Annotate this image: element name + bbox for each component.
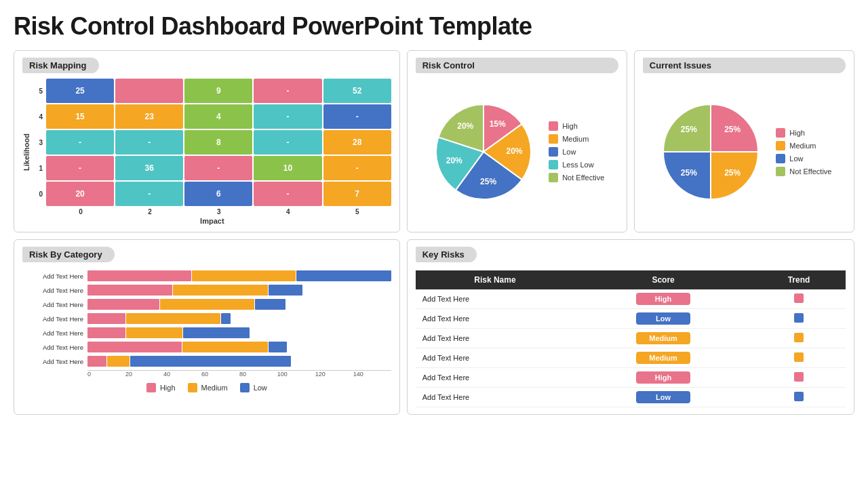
legend-label: Not Effective xyxy=(789,167,831,176)
legend-label: Medium xyxy=(562,135,589,143)
legend-item: Less Low xyxy=(549,160,604,169)
high-segment xyxy=(87,342,182,352)
risk-name-cell: Add Text Here xyxy=(416,368,574,388)
heatmap-row-label: 1 xyxy=(33,165,43,172)
low-segment xyxy=(130,356,291,367)
risk-control-pie: 15%20%25%20%20% xyxy=(429,98,538,206)
legend-color-dot xyxy=(549,173,558,182)
legend-label: High xyxy=(562,122,578,130)
legend-item: Not Effective xyxy=(549,173,604,182)
low-segment xyxy=(183,327,250,338)
heatmap-col-label: 3 xyxy=(185,208,253,216)
y-axis-label: Likelihood xyxy=(22,134,31,171)
pie-label: 15% xyxy=(490,119,506,129)
risk-by-category-card: Risk By Category Add Text HereAdd Text H… xyxy=(14,239,400,415)
risk-control-legend: HighMediumLowLess LowNot Effective xyxy=(549,121,604,182)
bar-legend-label: Medium xyxy=(201,384,228,392)
bar-chart-row: Add Text Here xyxy=(22,285,391,296)
score-badge: High xyxy=(636,293,690,305)
bar-chart-row: Add Text Here xyxy=(22,313,391,324)
heatmap-cell: 52 xyxy=(323,79,391,103)
bar-segments xyxy=(87,327,250,338)
bar-row-label: Add Text Here xyxy=(22,272,83,280)
pie-label: 20% xyxy=(507,146,523,156)
heatmap-col-labels: 02345 xyxy=(47,208,391,216)
bar-row-label: Add Text Here xyxy=(22,315,83,323)
risk-trend-cell xyxy=(752,329,846,348)
bar-legend-label: Low xyxy=(254,384,267,392)
bar-chart-row: Add Text Here xyxy=(22,356,391,367)
risk-by-category-header: Risk By Category xyxy=(22,247,115,262)
heatmap-row-label: 4 xyxy=(33,113,43,121)
bar-legend-item: Low xyxy=(240,383,267,392)
trend-box xyxy=(794,313,804,323)
risk-name-cell: Add Text Here xyxy=(416,329,574,348)
page-title: Risk Control Dashboard PowerPoint Templa… xyxy=(14,12,854,41)
heatmap-row-label: 3 xyxy=(33,139,43,146)
risk-mapping-card: Risk Mapping Likelihood 5259-52415234--3… xyxy=(14,50,400,232)
axis-tick: 120 xyxy=(315,371,353,378)
key-risks-table-header: Risk NameScoreTrend xyxy=(416,270,846,289)
trend-box xyxy=(794,352,804,362)
axis-tick: 60 xyxy=(201,371,239,378)
bar-row-label: Add Text Here xyxy=(22,301,83,308)
pie-label: 25% xyxy=(681,125,697,134)
legend-color-dot xyxy=(776,141,785,150)
bar-chart-row: Add Text Here xyxy=(22,299,391,310)
bar-chart-row: Add Text Here xyxy=(22,270,391,281)
heatmap-cell: - xyxy=(323,104,391,129)
legend-color-dot xyxy=(776,154,785,163)
bar-chart-row: Add Text Here xyxy=(22,327,391,338)
bar-legend-item: Medium xyxy=(188,383,228,392)
legend-color-dot xyxy=(549,160,558,169)
heatmap-cell: 10 xyxy=(254,156,321,180)
bar-chart-row: Add Text Here xyxy=(22,342,391,352)
risk-name-cell: Add Text Here xyxy=(416,309,574,329)
heatmap-cell: - xyxy=(46,156,114,180)
heatmap-cell: - xyxy=(184,156,252,180)
low-segment xyxy=(221,313,231,324)
low-segment xyxy=(269,342,288,352)
bar-segments xyxy=(87,342,287,352)
legend-color-dot xyxy=(549,121,558,131)
current-issues-card: Current Issues 25%25%25%25% HighMediumLo… xyxy=(634,50,854,232)
risk-trend-cell xyxy=(752,289,846,309)
score-badge: Medium xyxy=(636,332,690,344)
current-issues-pie-area: 25%25%25%25% HighMediumLowNot Effective xyxy=(643,79,846,225)
heatmap-container: Likelihood 5259-52415234--3--8-281-36-10… xyxy=(22,79,391,225)
high-segment xyxy=(87,313,125,324)
pie-label: 25% xyxy=(724,168,741,178)
bar-legend-dot xyxy=(146,383,156,392)
risk-mapping-header: Risk Mapping xyxy=(22,58,99,73)
bar-chart-area: Add Text HereAdd Text HereAdd Text HereA… xyxy=(22,268,391,380)
low-segment xyxy=(296,270,391,281)
risk-score-cell: Medium xyxy=(574,348,752,368)
heatmap-cell: - xyxy=(323,156,391,180)
risks-table-row: Add Text HereMedium xyxy=(416,329,846,348)
risk-control-header: Risk Control xyxy=(416,58,618,73)
risk-score-cell: High xyxy=(574,368,752,388)
bar-axis: 020406080100120140 xyxy=(87,370,391,378)
key-risks-table: Risk NameScoreTrend Add Text HereHighAdd… xyxy=(416,270,846,407)
key-risks-card: Key Risks Risk NameScoreTrend Add Text H… xyxy=(407,239,854,415)
medium-segment xyxy=(173,285,267,296)
current-issues-legend: HighMediumLowNot Effective xyxy=(776,128,831,176)
score-badge: Medium xyxy=(636,352,690,364)
key-risks-header: Key Risks xyxy=(416,247,477,262)
bar-segments xyxy=(87,285,302,296)
low-segment xyxy=(269,285,302,296)
heatmap-col-label: 0 xyxy=(47,208,115,216)
high-segment xyxy=(87,285,172,296)
heatmap-col-label: 4 xyxy=(254,208,322,216)
bar-row-label: Add Text Here xyxy=(22,329,83,337)
heatmap-row-label: 0 xyxy=(33,190,43,198)
heatmap-cell: 8 xyxy=(184,130,252,155)
legend-label: High xyxy=(789,129,805,137)
heatmap-cell: 4 xyxy=(184,104,252,129)
axis-tick: 40 xyxy=(163,371,201,378)
legend-label: Low xyxy=(789,155,803,163)
trend-box xyxy=(794,372,804,382)
bar-legend-label: High xyxy=(160,384,176,392)
heatmap-col-label: 2 xyxy=(116,208,184,216)
legend-item: Not Effective xyxy=(776,167,831,176)
